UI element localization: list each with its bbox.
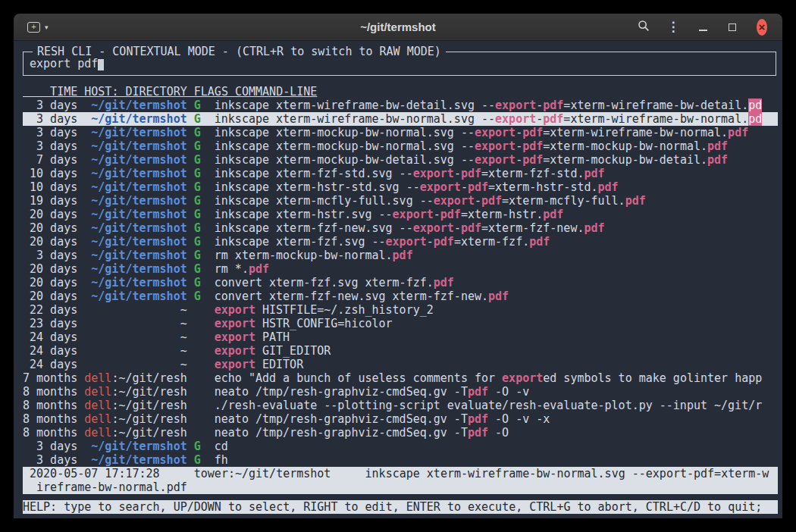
- row-time: 20 days: [23, 289, 77, 303]
- minimize-icon: [699, 30, 707, 31]
- history-row[interactable]: 20 days~/git/termshotGconvert xterm-fzf-…: [23, 289, 778, 303]
- history-row[interactable]: 24 days~export PATH: [23, 330, 778, 344]
- table-header: TIME HOST: DIRECTORY FLAGS COMMAND-LINE: [23, 85, 778, 99]
- history-row[interactable]: 3 days~/git/termshotGfh: [23, 453, 778, 467]
- row-flags: G: [194, 221, 201, 235]
- new-tab-button[interactable]: + ▾: [24, 19, 52, 36]
- row-command: inkscape xterm-fzf-new.svg --export-pdf=…: [215, 221, 605, 235]
- history-row[interactable]: 24 days~export GIT_EDITOR: [23, 344, 778, 358]
- row-host: ~/git/termshot: [84, 180, 186, 194]
- row-host: ~/git/termshot: [84, 440, 186, 453]
- kebab-menu-icon: ⋮: [667, 19, 680, 35]
- row-flags: G: [194, 153, 201, 167]
- row-time: 7 days: [23, 153, 77, 167]
- titlebar-right: ⋮ ×: [634, 17, 782, 37]
- row-command: export EDITOR: [215, 358, 303, 371]
- search-box-title: RESH CLI - CONTEXTUAL MODE - (CTRL+R to …: [33, 45, 446, 58]
- row-time: 8 months: [23, 412, 77, 426]
- row-time: 20 days: [23, 221, 77, 235]
- row-command: fh: [215, 453, 228, 467]
- history-row[interactable]: 20 days~/git/termshotGinkscape xterm-hst…: [23, 208, 778, 221]
- row-command: inkscape xterm-mockup-bw-normal.svg --ex…: [215, 139, 728, 153]
- row-command: export PATH: [215, 330, 290, 344]
- row-host: ~: [84, 330, 186, 344]
- row-flags: G: [194, 276, 201, 289]
- history-row[interactable]: 20 days~/git/termshotGinkscape xterm-fzf…: [23, 235, 778, 249]
- row-command: neato /tmp/resh-graphviz-cmdSeq.gv -Tpdf…: [215, 412, 550, 426]
- row-host: dell:~/git/resh: [84, 412, 186, 426]
- row-command: inkscape xterm-hstr-std.svg --export-pdf…: [215, 180, 619, 194]
- history-row[interactable]: 8 monthsdell:~/git/reshneato /tmp/resh-g…: [23, 385, 778, 399]
- history-row[interactable]: 3 days~/git/termshotGinkscape xterm-wire…: [23, 99, 778, 112]
- row-command: rm xterm-mockup-bw-normal.pdf: [215, 249, 413, 262]
- titlebar-left: + ▾: [14, 19, 52, 36]
- new-tab-icon: +: [27, 22, 40, 33]
- row-time: 19 days: [23, 194, 77, 208]
- history-row[interactable]: 10 days~/git/termshotGinkscape xterm-fzf…: [23, 167, 778, 180]
- history-list: 3 days~/git/termshotGinkscape xterm-wire…: [23, 99, 778, 467]
- row-host: ~/git/termshot: [84, 249, 186, 262]
- search-input[interactable]: export pdf: [30, 57, 769, 70]
- row-command: inkscape xterm-fzf-std.svg --export-pdf=…: [215, 167, 605, 180]
- row-host: ~/git/termshot: [84, 112, 186, 126]
- minimize-button[interactable]: [693, 17, 713, 37]
- history-row[interactable]: 20 days~/git/termshotGrm *.pdf: [23, 262, 778, 276]
- history-row[interactable]: 20 days~/git/termshotGinkscape xterm-fzf…: [23, 221, 778, 235]
- history-row[interactable]: 3 days~/git/termshotGinkscape xterm-wire…: [23, 112, 778, 126]
- history-row[interactable]: 8 monthsdell:~/git/reshneato /tmp/resh-g…: [23, 426, 778, 440]
- row-command: inkscape xterm-hstr.svg --export-pdf=xte…: [215, 208, 564, 221]
- row-time: 20 days: [23, 235, 77, 249]
- history-row[interactable]: 8 monthsdell:~/git/reshneato /tmp/resh-g…: [23, 412, 778, 426]
- close-button[interactable]: ×: [752, 17, 772, 37]
- history-row[interactable]: 8 monthsdell:~/git/resh./resh-evaluate -…: [23, 399, 778, 412]
- row-command: inkscape xterm-wireframe-bw-normal.svg -…: [215, 112, 762, 126]
- row-command: inkscape xterm-mockup-bw-normal.svg --ex…: [215, 126, 748, 139]
- row-time: 10 days: [23, 167, 77, 180]
- row-flags: G: [194, 194, 201, 208]
- row-time: 3 days: [23, 99, 77, 112]
- row-host: ~/git/termshot: [84, 126, 186, 139]
- row-command: cd: [215, 440, 228, 453]
- history-row[interactable]: 3 days~/git/termshotGinkscape xterm-mock…: [23, 139, 778, 153]
- row-time: 20 days: [23, 276, 77, 289]
- history-row[interactable]: 3 days~/git/termshotGrm xterm-mockup-bw-…: [23, 249, 778, 262]
- row-time: 24 days: [23, 330, 77, 344]
- row-flags: G: [194, 180, 201, 194]
- titlebar: + ▾ ~/git/termshot ⋮: [14, 14, 782, 41]
- search-query-text: export pdf: [30, 57, 98, 70]
- row-flags: G: [194, 112, 201, 126]
- search-button[interactable]: [634, 17, 653, 37]
- history-row[interactable]: 7 days~/git/termshotGinkscape xterm-mock…: [23, 153, 778, 167]
- history-row[interactable]: 10 days~/git/termshotGinkscape xterm-hst…: [23, 180, 778, 194]
- row-time: 3 days: [23, 126, 77, 139]
- row-time: 3 days: [23, 249, 77, 262]
- restore-button[interactable]: [722, 17, 742, 37]
- detail-line-2: ireframe-bw-normal.pdf: [23, 480, 778, 494]
- row-command: rm *.pdf: [215, 262, 269, 276]
- row-host: ~: [84, 303, 186, 317]
- row-host: ~: [84, 344, 186, 358]
- history-row[interactable]: 22 days~export HISTFILE=~/.zsh_history_2: [23, 303, 778, 317]
- search-box: RESH CLI - CONTEXTUAL MODE - (CTRL+R to …: [23, 52, 776, 76]
- history-row[interactable]: 24 days~export EDITOR: [23, 358, 778, 371]
- history-row[interactable]: 7 monthsdell:~/git/reshecho "Add a bunch…: [23, 371, 778, 385]
- history-row[interactable]: 23 days~export HSTR_CONFIG=hicolor: [23, 317, 778, 330]
- row-time: 23 days: [23, 317, 77, 330]
- row-flags: G: [194, 139, 201, 153]
- row-flags: G: [194, 167, 201, 180]
- row-time: 7 months: [23, 371, 77, 385]
- row-host: ~/git/termshot: [84, 208, 186, 221]
- row-time: 24 days: [23, 358, 77, 371]
- row-host: dell:~/git/resh: [84, 385, 186, 399]
- row-command: export HSTR_CONFIG=hicolor: [215, 317, 393, 330]
- row-command: convert xterm-fzf.svg xterm-fzf.pdf: [215, 276, 454, 289]
- row-host: ~/git/termshot: [84, 153, 186, 167]
- history-row[interactable]: 19 days~/git/termshotGinkscape xterm-mcf…: [23, 194, 778, 208]
- history-row[interactable]: 20 days~/git/termshotGconvert xterm-fzf.…: [23, 276, 778, 289]
- row-time: 3 days: [23, 112, 77, 126]
- row-time: 10 days: [23, 180, 77, 194]
- row-command: convert xterm-fzf-new.svg xterm-fzf-new.…: [215, 289, 509, 303]
- history-row[interactable]: 3 days~/git/termshotGcd: [23, 440, 778, 453]
- menu-button[interactable]: ⋮: [663, 17, 683, 37]
- history-row[interactable]: 3 days~/git/termshotGinkscape xterm-mock…: [23, 126, 778, 139]
